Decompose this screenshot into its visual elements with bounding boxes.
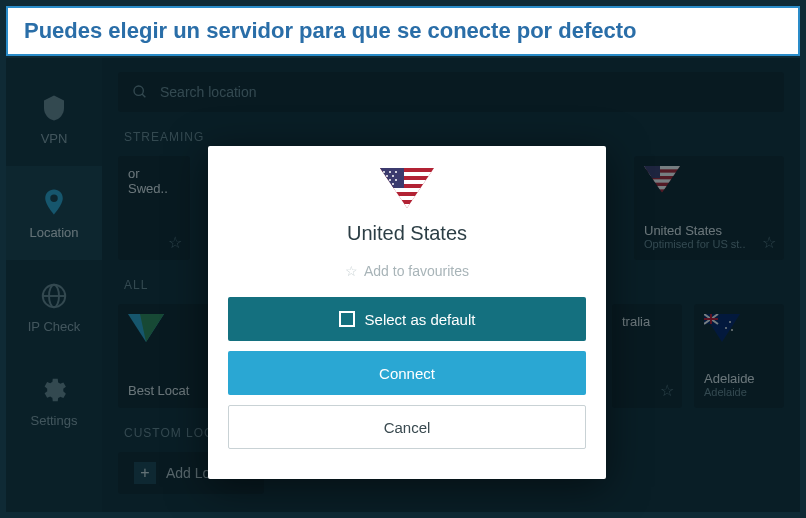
svg-point-26 (392, 175, 394, 177)
checkbox-icon (339, 311, 355, 327)
svg-point-30 (386, 183, 388, 185)
svg-rect-17 (380, 180, 434, 184)
svg-point-31 (392, 183, 394, 185)
svg-rect-20 (380, 204, 434, 208)
cancel-button[interactable]: Cancel (228, 405, 586, 449)
svg-point-25 (386, 175, 388, 177)
select-default-label: Select as default (365, 311, 476, 328)
add-favourites-button[interactable]: ☆ Add to favourites (345, 263, 469, 279)
server-modal: United States ☆ Add to favourites Select… (208, 146, 606, 479)
svg-point-29 (395, 179, 397, 181)
select-default-button[interactable]: Select as default (228, 297, 586, 341)
svg-rect-19 (380, 196, 434, 200)
svg-point-23 (389, 171, 391, 173)
svg-point-28 (389, 179, 391, 181)
app-window: VPN Location IP Check Settings Search lo… (6, 58, 800, 512)
cancel-label: Cancel (384, 419, 431, 436)
favourites-label: Add to favourites (364, 263, 469, 279)
flag-us-icon (380, 168, 434, 208)
caption-banner: Puedes elegir un servidor para que se co… (6, 6, 800, 56)
svg-point-27 (383, 179, 385, 181)
svg-rect-18 (380, 188, 434, 192)
star-icon: ☆ (345, 263, 358, 279)
connect-button[interactable]: Connect (228, 351, 586, 395)
connect-label: Connect (379, 365, 435, 382)
modal-country-title: United States (347, 222, 467, 245)
svg-rect-21 (380, 168, 404, 188)
svg-point-22 (383, 171, 385, 173)
caption-text: Puedes elegir un servidor para que se co… (24, 18, 637, 44)
svg-point-24 (395, 171, 397, 173)
